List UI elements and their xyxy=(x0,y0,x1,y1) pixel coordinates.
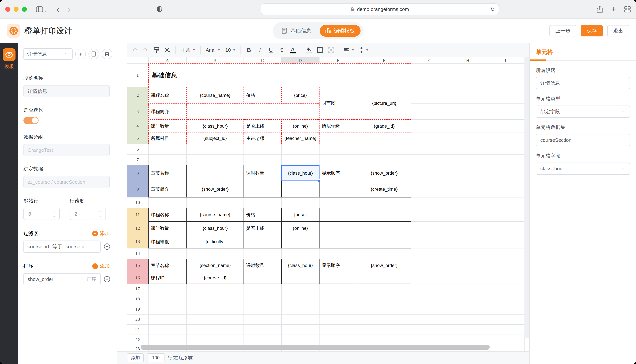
cell-D9[interactable] xyxy=(281,181,320,198)
column-header-I[interactable]: I xyxy=(487,58,524,64)
cell-A11[interactable]: 课程名称 xyxy=(148,208,187,222)
column-header-F[interactable]: F xyxy=(357,58,411,64)
cell-C12[interactable]: 是否上线 xyxy=(244,221,282,235)
underline-icon[interactable]: U xyxy=(268,47,274,53)
tab-edit-template[interactable]: 编辑模板 xyxy=(320,25,360,37)
cell-E5[interactable] xyxy=(319,132,357,144)
cell-E13[interactable] xyxy=(319,235,357,248)
increment-icon[interactable]: ︿ xyxy=(95,208,105,214)
reload-icon[interactable]: ↻ xyxy=(490,6,495,12)
increment-icon[interactable]: ︿ xyxy=(49,208,59,214)
cell-B9[interactable]: {show_order} xyxy=(186,181,244,198)
cell-E8[interactable]: 显示顺序 xyxy=(319,165,357,181)
cell-F16[interactable] xyxy=(357,272,411,284)
cell-D12[interactable]: {online} xyxy=(281,221,320,235)
cell-F5[interactable] xyxy=(357,132,411,144)
cell-B8[interactable] xyxy=(186,165,244,181)
address-bar[interactable]: demo.orangeforms.com ↻ xyxy=(261,4,499,15)
sort-item[interactable]: show_order ↿ 正序 xyxy=(24,273,101,285)
row-header-5[interactable]: 5 xyxy=(127,132,148,144)
cell-paragraph-input[interactable]: 详情信息 xyxy=(536,77,630,89)
zoom-window-button[interactable] xyxy=(22,7,27,12)
remove-filter-icon[interactable] xyxy=(104,243,110,250)
vertical-scrollbar[interactable] xyxy=(524,58,529,338)
tab-overview-icon[interactable] xyxy=(624,6,631,12)
font-color-icon[interactable]: A xyxy=(290,47,296,54)
cell-A5[interactable]: 所属科目 xyxy=(148,132,187,144)
bind-data-select[interactable]: zz_course / courseSection ﹀ xyxy=(24,176,110,188)
cell-A3[interactable]: 课程简介 xyxy=(148,104,187,120)
row-header-15[interactable]: 15 xyxy=(127,259,148,272)
cell-B11[interactable]: {course_name} xyxy=(186,208,244,222)
horizontal-align-dropdown[interactable]: ▼ xyxy=(344,48,354,52)
prev-step-button[interactable]: 上一步 xyxy=(549,25,576,36)
decrement-icon[interactable]: ﹀ xyxy=(49,214,59,220)
cell-A13[interactable]: 课程难度 xyxy=(148,235,187,248)
cell-dataset-select[interactable]: courseSection ﹀ xyxy=(536,134,630,146)
row-header-21[interactable]: 21 xyxy=(127,324,148,334)
column-header-E[interactable]: E xyxy=(319,58,357,64)
font-family-dropdown[interactable]: Arial ▼ xyxy=(206,47,221,53)
cell-B5[interactable]: {subject_id} xyxy=(186,132,244,144)
row-header-11[interactable]: 11 xyxy=(127,208,148,221)
cell-D16[interactable] xyxy=(281,272,320,284)
remove-sort-icon[interactable] xyxy=(104,276,110,283)
decrement-icon[interactable]: ﹀ xyxy=(95,214,105,220)
cell-F8[interactable]: {show_order} xyxy=(357,165,411,181)
cell-D15[interactable]: {class_hour} xyxy=(281,259,320,272)
cell-F9[interactable]: {create_time} xyxy=(357,181,411,198)
start-row-input[interactable] xyxy=(24,208,49,220)
row-header-2[interactable]: 2 xyxy=(127,87,148,104)
cell-C11[interactable]: 价格 xyxy=(244,208,282,222)
selection-fill-handle[interactable] xyxy=(318,179,320,182)
row-span-stepper[interactable]: ︿﹀ xyxy=(70,208,106,220)
row-header-1[interactable]: 1 xyxy=(127,64,148,87)
row-header-6[interactable]: 6 xyxy=(127,144,148,154)
cell-C9[interactable] xyxy=(244,181,282,198)
delete-section-button[interactable] xyxy=(102,49,112,59)
undo-icon[interactable]: ↶ xyxy=(132,47,138,54)
filter-item[interactable]: course_id 等于 courseId xyxy=(24,240,101,252)
cell-B15[interactable]: {section_name} xyxy=(186,259,244,272)
row-header-3[interactable]: 3 xyxy=(127,104,148,119)
format-painter-icon[interactable] xyxy=(153,47,160,53)
cell-F15[interactable]: {show_order} xyxy=(357,259,411,272)
cell-B3[interactable] xyxy=(186,104,320,120)
cell-type-select[interactable]: 绑定字段 ﹀ xyxy=(536,106,630,118)
cell-C2[interactable]: 价格 xyxy=(244,87,282,104)
column-header-C[interactable]: C xyxy=(244,58,281,64)
share-icon[interactable] xyxy=(596,6,603,13)
close-window-button[interactable] xyxy=(5,7,10,12)
fill-color-icon[interactable] xyxy=(306,47,312,53)
column-header-D[interactable]: D xyxy=(281,58,319,64)
strikethrough-icon[interactable]: S xyxy=(279,47,285,53)
cell-D4[interactable]: {online} xyxy=(281,119,320,133)
add-filter-button[interactable]: ＋ 添加 xyxy=(92,230,110,237)
vertical-align-dropdown[interactable]: ▼ xyxy=(359,47,369,53)
cell-F13[interactable] xyxy=(357,235,411,248)
cell-field-select[interactable]: class_hour ﹀ xyxy=(536,162,630,175)
row-span-input[interactable] xyxy=(70,208,95,220)
traffic-lights[interactable] xyxy=(5,7,27,12)
cell-E9[interactable] xyxy=(319,181,357,198)
shield-icon[interactable] xyxy=(157,6,162,12)
row-header-18[interactable]: 18 xyxy=(127,294,148,304)
sidebar-toggle-icon[interactable] xyxy=(36,6,43,12)
row-header-9[interactable]: 9 xyxy=(127,181,148,197)
cell-A8[interactable]: 章节名称 xyxy=(148,165,187,181)
column-header-H[interactable]: H xyxy=(449,58,487,64)
font-size-dropdown[interactable]: 10 ▼ xyxy=(225,47,236,53)
row-header-7[interactable]: 7 xyxy=(127,154,148,165)
bold-icon[interactable]: B xyxy=(246,47,252,53)
cell-C5[interactable]: 主讲老师 xyxy=(244,132,282,144)
save-button[interactable]: 保存 xyxy=(581,25,603,36)
row-header-4[interactable]: 4 xyxy=(127,119,148,132)
cell-C4[interactable]: 是否上线 xyxy=(244,119,282,133)
cell-F12[interactable] xyxy=(357,221,411,235)
merge-cells-icon[interactable] xyxy=(328,47,334,53)
cell-F2[interactable]: {picture_url} xyxy=(357,87,411,120)
cell-E11[interactable] xyxy=(319,208,357,222)
chevron-down-icon[interactable]: ∨ xyxy=(44,8,47,12)
row-header-13[interactable]: 13 xyxy=(127,235,148,248)
cell-C16[interactable] xyxy=(244,272,282,284)
